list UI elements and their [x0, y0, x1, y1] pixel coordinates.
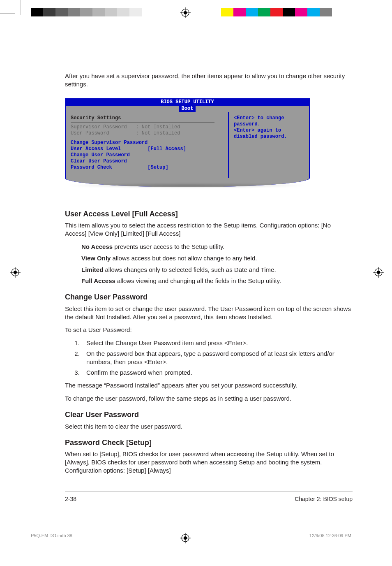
crop-mark — [21, 0, 21, 15]
bios-row: Clear User Password — [71, 158, 223, 165]
body-text: Select this item to set or change the us… — [65, 305, 353, 321]
option-limited: Limited allows changes only to selected … — [81, 266, 353, 274]
bios-help-pane: <Enter> to change password. <Enter> agai… — [229, 112, 309, 178]
heading-user-access-level: User Access Level [Full Access] — [65, 209, 353, 219]
body-text: When set to [Setup], BIOS checks for use… — [65, 450, 353, 474]
list-item: On the password box that appears, type a… — [81, 350, 353, 366]
heading-clear-user-password: Clear User Password — [65, 410, 353, 420]
bios-tab-boot: Boot — [179, 106, 196, 112]
body-text: To set a User Password: — [65, 326, 353, 334]
bios-section-title: Security Settings — [71, 115, 223, 121]
bios-main-pane: Security Settings Supervisor Password : … — [66, 112, 228, 178]
bios-tabs: Boot — [65, 106, 310, 112]
registration-mark-icon — [373, 267, 384, 278]
print-timestamp: 12/9/08 12:36:09 PM — [309, 533, 351, 538]
intro-text: After you have set a supervisor password… — [65, 72, 353, 88]
bios-row: Supervisor Password : Not Installed — [71, 124, 223, 130]
bios-row: Change Supervisor Password — [71, 140, 223, 146]
bios-row: Password Check [Setup] — [71, 165, 223, 171]
registration-mark-icon — [180, 7, 191, 18]
bios-title: BIOS SETUP UTILITY — [65, 98, 310, 106]
option-view-only: View Only allows access but does not all… — [81, 254, 353, 262]
bios-row: User Access Level [Full Access] — [71, 146, 223, 152]
body-text: To change the user password, follow the … — [65, 394, 353, 403]
list-item: Select the Change User Password item and… — [81, 339, 353, 347]
steps-list: Select the Change User Password item and… — [65, 339, 353, 376]
heading-change-user-password: Change User Password — [65, 292, 353, 302]
color-bar — [221, 8, 332, 16]
divider — [65, 492, 353, 492]
chapter-title: Chapter 2: BIOS setup — [295, 496, 353, 502]
grayscale-bar — [31, 8, 154, 16]
bios-row: User Password : Not Installed — [71, 130, 223, 137]
crop-mark — [0, 13, 15, 14]
torn-edge — [65, 178, 310, 187]
body-text: Select this item to clear the user passw… — [65, 422, 353, 431]
page-number: 2-38 — [65, 496, 76, 502]
option-full-access: Full Access allows viewing and changing … — [81, 277, 353, 285]
bios-panel: BIOS SETUP UTILITY Boot Security Setting… — [65, 98, 310, 187]
body-text: The message “Password Installed” appears… — [65, 381, 353, 390]
heading-password-check: Password Check [Setup] — [65, 438, 353, 448]
option-no-access: No Access prevents user access to the Se… — [81, 243, 353, 251]
bios-row: Change User Password — [71, 152, 223, 158]
body-text: This item allows you to select the acces… — [65, 221, 353, 238]
divider — [71, 122, 214, 123]
print-file: P5Q-EM DO.indb 38 — [31, 533, 72, 538]
registration-mark-icon — [10, 267, 21, 278]
list-item: Confirm the password when prompted. — [81, 369, 353, 377]
